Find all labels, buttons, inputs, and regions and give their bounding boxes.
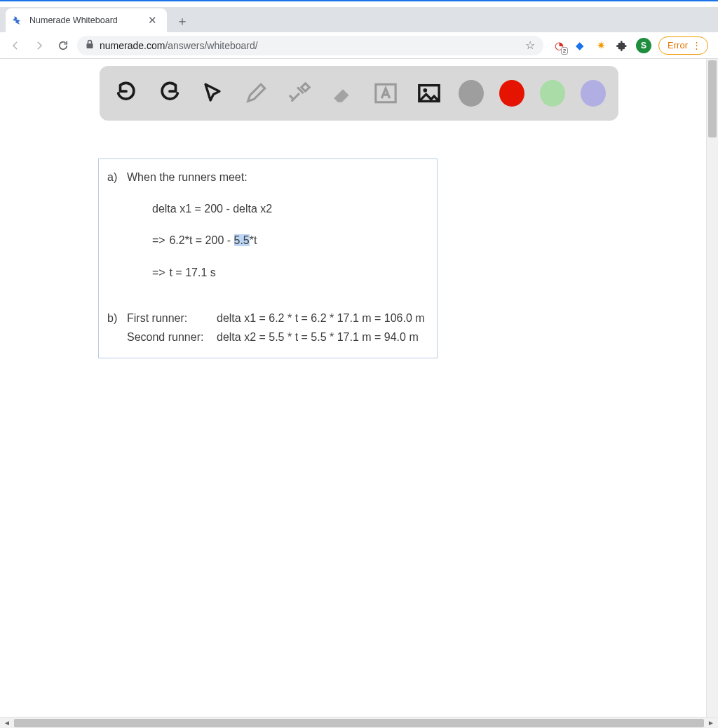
extension-badge: 2 bbox=[561, 47, 568, 55]
svg-rect-4 bbox=[87, 43, 93, 48]
redo-button[interactable] bbox=[156, 79, 184, 108]
extension-icon-1[interactable]: ◔2 bbox=[552, 39, 566, 53]
nav-forward-button[interactable] bbox=[29, 36, 49, 55]
eraser-tool-button[interactable] bbox=[329, 79, 357, 108]
second-runner-value: delta x2 = 5.5 * t = 5.5 * 17.1 m = 94.0… bbox=[217, 329, 425, 345]
page-content: a) When the runners meet: delta x1 = 200… bbox=[0, 59, 718, 717]
whiteboard-text-box[interactable]: a) When the runners meet: delta x1 = 200… bbox=[98, 159, 438, 358]
whiteboard-toolbar bbox=[100, 66, 618, 121]
tab-favicon-icon bbox=[13, 15, 24, 26]
extensions-menu-icon[interactable] bbox=[615, 39, 629, 53]
second-runner-label: Second runner: bbox=[127, 329, 217, 345]
tab-strip: Numerade Whiteboard ✕ ＋ bbox=[0, 7, 718, 32]
hscroll-left-button[interactable]: ◄ bbox=[1, 718, 13, 728]
horizontal-scrollbar[interactable]: ◄ ► bbox=[0, 717, 718, 728]
first-runner-label: First runner: bbox=[127, 310, 217, 326]
address-bar: numerade.com/answers/whiteboard/ ☆ ◔2 ◆ … bbox=[0, 32, 718, 59]
section-a-line2: => 6.2*t = 200 - 5.5*t bbox=[107, 232, 428, 248]
scrollbar-thumb[interactable] bbox=[708, 60, 717, 137]
error-label: Error bbox=[668, 40, 688, 50]
section-a-label: a) bbox=[107, 169, 127, 185]
hscroll-right-button[interactable]: ► bbox=[705, 718, 717, 728]
new-tab-button[interactable]: ＋ bbox=[172, 11, 192, 31]
url-text: numerade.com/answers/whiteboard/ bbox=[100, 40, 258, 51]
extension-icon-2[interactable]: ◆ bbox=[573, 39, 587, 53]
vertical-scrollbar[interactable] bbox=[706, 59, 718, 717]
pencil-tool-button[interactable] bbox=[242, 79, 270, 108]
omnibox[interactable]: numerade.com/answers/whiteboard/ ☆ bbox=[77, 36, 543, 55]
undo-button[interactable] bbox=[112, 79, 140, 108]
text-tool-button[interactable] bbox=[372, 79, 400, 108]
nav-reload-button[interactable] bbox=[53, 36, 73, 55]
section-a-line3: => t = 17.1 s bbox=[107, 264, 428, 281]
color-green-button[interactable] bbox=[540, 80, 565, 107]
lock-icon bbox=[86, 39, 94, 51]
section-a-heading: When the runners meet: bbox=[127, 169, 248, 185]
nav-back-button[interactable] bbox=[6, 36, 25, 55]
section-a-line1: delta x1 = 200 - delta x2 bbox=[107, 201, 428, 217]
section-b-label: b) bbox=[107, 310, 127, 345]
bookmark-star-icon[interactable]: ☆ bbox=[525, 39, 535, 52]
tab-close-button[interactable]: ✕ bbox=[145, 14, 160, 27]
first-runner-value: delta x1 = 6.2 * t = 6.2 * 17.1 m = 106.… bbox=[217, 310, 425, 326]
color-gray-button[interactable] bbox=[459, 80, 484, 107]
chrome-error-button[interactable]: Error ⋮ bbox=[658, 36, 708, 55]
chrome-menu-icon: ⋮ bbox=[692, 40, 702, 50]
hscroll-track[interactable] bbox=[14, 719, 704, 727]
tools-button[interactable] bbox=[285, 79, 313, 108]
highlighted-text: 5.5 bbox=[234, 234, 250, 246]
svg-point-7 bbox=[424, 88, 428, 93]
image-tool-button[interactable] bbox=[415, 79, 443, 108]
extension-icons: ◔2 ◆ ✷ S Error ⋮ bbox=[548, 36, 712, 55]
browser-tab[interactable]: Numerade Whiteboard ✕ bbox=[6, 8, 167, 32]
color-red-button[interactable] bbox=[499, 80, 524, 107]
profile-avatar[interactable]: S bbox=[636, 38, 651, 53]
tab-title: Numerade Whiteboard bbox=[29, 15, 145, 25]
color-purple-button[interactable] bbox=[581, 80, 606, 107]
pointer-tool-button[interactable] bbox=[199, 79, 227, 108]
extension-icon-3[interactable]: ✷ bbox=[594, 39, 608, 53]
